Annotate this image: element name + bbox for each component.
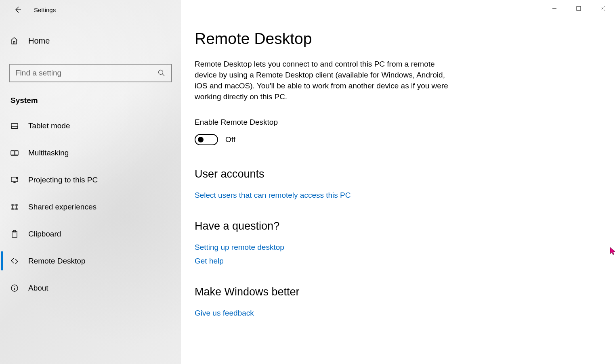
svg-rect-1 [11, 123, 18, 128]
page-title: Remote Desktop [195, 30, 591, 48]
sidebar-item-shared-experiences[interactable]: Shared experiences [0, 193, 181, 220]
cursor-icon [609, 247, 615, 256]
main-content: Remote Desktop Remote Desktop lets you c… [181, 0, 615, 364]
svg-rect-3 [11, 151, 14, 155]
toggle-knob [198, 137, 204, 142]
section-make-better: Make Windows better Give us feedback [195, 286, 591, 318]
remote-desktop-toggle[interactable] [195, 134, 218, 145]
link-get-help[interactable]: Get help [195, 257, 591, 266]
nav-label: About [28, 284, 48, 293]
sidebar-item-projecting[interactable]: Projecting to this PC [0, 166, 181, 193]
svg-point-0 [159, 70, 163, 75]
close-button[interactable] [591, 0, 615, 17]
sidebar-home[interactable]: Home [0, 29, 181, 52]
maximize-button[interactable] [567, 0, 591, 17]
window-controls [542, 0, 615, 17]
home-label: Home [28, 36, 50, 46]
nav-label: Tablet mode [28, 121, 70, 130]
sidebar-item-remote-desktop[interactable]: Remote Desktop [0, 247, 181, 274]
nav-label: Clipboard [28, 230, 61, 238]
tablet-icon [10, 121, 19, 130]
titlebar: Settings [0, 0, 181, 19]
shared-icon [10, 203, 19, 211]
link-setup-remote[interactable]: Setting up remote desktop [195, 243, 591, 252]
section-heading: Make Windows better [195, 286, 591, 298]
toggle-state: Off [225, 135, 235, 144]
svg-rect-2 [11, 127, 18, 128]
search-box[interactable] [9, 64, 172, 82]
sidebar-category: System [10, 96, 181, 105]
link-select-users[interactable]: Select users that can remotely access th… [195, 191, 591, 200]
close-icon [600, 6, 605, 11]
section-user-accounts: User accounts Select users that can remo… [195, 168, 591, 200]
nav-label: Projecting to this PC [28, 176, 98, 184]
svg-rect-4 [15, 151, 18, 155]
nav-label: Remote Desktop [28, 257, 86, 266]
sidebar-item-about[interactable]: About [0, 274, 181, 301]
section-heading: User accounts [195, 168, 591, 180]
section-heading: Have a question? [195, 220, 591, 232]
clipboard-icon [10, 230, 19, 238]
svg-point-9 [16, 208, 17, 210]
svg-point-7 [16, 204, 17, 206]
page-description: Remote Desktop lets you connect to and c… [195, 59, 449, 103]
projecting-icon [10, 176, 19, 184]
sidebar-item-tablet-mode[interactable]: Tablet mode [0, 112, 181, 139]
sidebar-item-clipboard[interactable]: Clipboard [0, 220, 181, 247]
minimize-icon [552, 6, 557, 11]
window-title: Settings [34, 6, 56, 13]
svg-rect-13 [577, 6, 581, 10]
sidebar-item-multitasking[interactable]: Multitasking [0, 139, 181, 166]
info-icon [10, 284, 19, 293]
remote-desktop-icon [10, 257, 19, 266]
minimize-button[interactable] [542, 0, 567, 17]
maximize-icon [576, 6, 581, 11]
toggle-label: Enable Remote Desktop [195, 118, 591, 127]
svg-point-8 [12, 208, 13, 210]
back-button[interactable] [10, 2, 26, 18]
link-feedback[interactable]: Give us feedback [195, 309, 591, 318]
section-have-question: Have a question? Setting up remote deskt… [195, 220, 591, 266]
svg-point-6 [12, 204, 13, 206]
nav-label: Shared experiences [28, 203, 97, 211]
home-icon [10, 36, 19, 45]
sidebar: Settings Home System Tablet mode Multita… [0, 0, 181, 364]
nav-label: Multitasking [28, 149, 69, 157]
multitasking-icon [10, 149, 19, 157]
toggle-row: Off [195, 134, 591, 145]
arrow-left-icon [14, 6, 22, 14]
search-icon [157, 69, 166, 77]
search-input[interactable] [15, 69, 157, 77]
